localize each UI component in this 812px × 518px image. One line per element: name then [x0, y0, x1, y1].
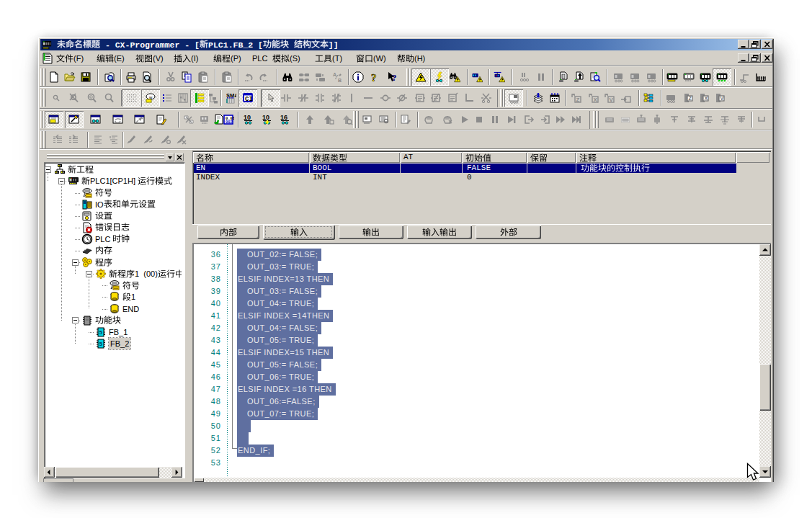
- svg-text:16: 16: [280, 114, 287, 121]
- svg-text:w: w: [148, 95, 153, 99]
- svg-text:002: 002: [226, 120, 233, 125]
- svg-text:5: 5: [99, 341, 103, 347]
- svg-text:Z: Z: [576, 97, 580, 103]
- svg-text:10: 10: [244, 114, 251, 121]
- svg-text:Z: Z: [689, 96, 692, 101]
- svg-text:V: V: [720, 96, 724, 101]
- svg-text:X: X: [705, 96, 708, 101]
- svg-text:V: V: [610, 97, 614, 103]
- svg-text:?: ?: [392, 72, 397, 83]
- svg-text:5: 5: [99, 329, 103, 336]
- svg-text:X: X: [594, 97, 598, 103]
- svg-text:10: 10: [262, 114, 269, 121]
- svg-text:CI: CI: [245, 96, 253, 103]
- svg-text:A: A: [333, 72, 336, 77]
- svg-text:?: ?: [371, 72, 377, 84]
- svg-text:B: B: [338, 78, 342, 83]
